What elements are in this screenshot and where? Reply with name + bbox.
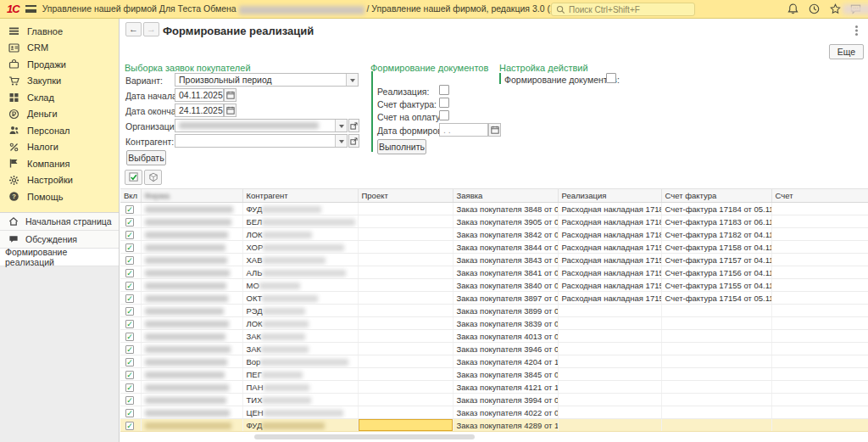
sidebar-item-crm[interactable]: CRM [0,40,119,57]
table-row[interactable]: ✓ ЦЕН Заказ покупателя 4022 от 07.11... [120,406,868,419]
col-header-realizaciya[interactable]: Реализация [558,189,661,203]
row-checkbox[interactable]: ✓ [125,383,134,392]
row-checkbox[interactable]: ✓ [125,218,134,227]
table-row[interactable]: ✓ ЗАК Заказ покупателя 4013 от 07.11... [120,330,868,343]
row-checkbox[interactable]: ✓ [125,409,134,417]
search-input[interactable] [569,5,679,14]
row-project-cell [358,394,453,406]
horizontal-scrollbar[interactable] [254,434,475,439]
realization-checkbox[interactable] [439,85,449,95]
more-button[interactable]: Еще [829,44,864,59]
payment-invoice-checkbox[interactable] [439,110,449,120]
table-row[interactable]: ✓ ХОР Заказ покупателя 3844 от 04.11... … [120,241,868,254]
row-checkbox[interactable]: ✓ [125,358,134,366]
favorites-star-icon[interactable] [829,3,843,16]
sidebar-item-dengi[interactable]: Деньги [0,106,119,123]
table-row[interactable]: ✓ ТИХ Заказ покупателя 3994 от 06.11... [120,394,868,406]
formation-date-input[interactable]: . . [439,123,488,137]
col-header-schet-faktura[interactable]: Счет фактура [661,189,771,203]
forward-button[interactable]: → [143,22,159,36]
sidebar-item-glavnoe[interactable]: Главное [0,23,119,40]
history-icon[interactable] [808,3,821,16]
counterparty-open-button[interactable] [348,134,359,148]
execute-button[interactable]: Выполнить [377,139,426,154]
col-header-firma[interactable]: Фирма [141,189,242,203]
row-order-cell: Заказ покупателя 4289 от 13.11... [453,419,558,432]
sidebar-item-prodazhi[interactable]: Продажи [0,56,119,73]
notifications-bell-icon[interactable] [787,3,800,16]
row-checkbox[interactable]: ✓ [125,371,134,379]
table-row[interactable]: ✓ ОКТ Заказ покупателя 3897 от 05.11... … [120,292,868,305]
date-start-input[interactable]: 04.11.2025 [175,88,224,102]
row-checkbox[interactable]: ✓ [125,269,134,277]
table-row[interactable]: ✓ ЗАК Заказ покупателя 3946 от 06.11... [120,343,868,355]
table-row[interactable]: ✓ ЛОК Заказ покупателя 3839 от 04.11... [120,317,868,330]
row-checkbox[interactable]: ✓ [125,205,134,214]
uncheck-all-cube-icon [148,172,159,182]
date-end-input[interactable]: 24.11.2025 [175,104,224,117]
row-checkbox[interactable]: ✓ [125,243,134,252]
table-row[interactable]: ✓ ФУД Заказ покупателя 3848 от 04.11... … [120,203,868,215]
col-header-kontragent[interactable]: Контрагент [242,189,358,203]
sidebar-item-nalogi[interactable]: Налоги [0,139,119,156]
table-row[interactable]: ✓ БЕЛ Заказ покупателя 3905 от 05.11... … [120,215,868,228]
table-row[interactable]: ✓ ФУД Заказ покупателя 4289 от 13.11... [120,419,868,432]
col-header-vkl[interactable]: Вкл [120,189,141,203]
sidebar-item-nastroyki[interactable]: Настройки [0,172,119,189]
organization-open-button[interactable] [348,119,359,132]
more-menu-dots-icon[interactable] [855,25,858,28]
table-row[interactable]: ✓ РЭД Заказ покупателя 3899 от 05.11... [120,305,868,317]
sidebar-item-zakupki[interactable]: Закупки [0,73,119,90]
global-search[interactable] [551,3,695,16]
doc-formation-checkbox[interactable] [606,73,616,83]
tab-formirovanie-realizaciy[interactable]: Формирование реализаций [0,249,119,266]
table-row[interactable]: ✓ МО Заказ покупателя 3840 от 04.11... Р… [120,279,868,292]
table-row[interactable]: ✓ ЛОК Заказ покупателя 3842 от 04.11... … [120,228,868,241]
col-header-schet[interactable]: Счет [771,189,868,203]
table-row[interactable]: ✓ ПЕГ Заказ покупателя 3845 от 04.11... [120,368,868,381]
row-invoice-cell [661,406,771,419]
row-checkbox[interactable]: ✓ [125,422,134,430]
row-project-cell [358,343,453,355]
table-row[interactable]: ✓ ПАН Заказ покупателя 4121 от 10.11... [120,381,868,394]
sidebar-item-pomosch[interactable]: ? Помощь [0,188,119,205]
chevron-down-icon[interactable] [335,120,347,131]
table-row[interactable]: ✓ ХАВ Заказ покупателя 3843 от 04.11... … [120,254,868,266]
formation-date-calendar-button[interactable] [488,123,501,137]
sidebar-item-kompaniya[interactable]: Компания [0,155,119,172]
tab-home[interactable]: Начальная страница [0,213,119,231]
table-row[interactable]: ✓ АЛЬ Заказ покупателя 3841 от 04.11... … [120,266,868,279]
table-row[interactable]: ✓ Вор Заказ покупателя 4204 от 11.11... [120,355,868,368]
hamburger-icon[interactable] [25,5,36,13]
select-button[interactable]: Выбрать [126,150,166,165]
row-checkbox[interactable]: ✓ [125,345,134,354]
tab-discussions[interactable]: Обсуждения [0,231,119,249]
organization-input[interactable] [175,119,348,132]
date-start-calendar-button[interactable] [224,88,236,102]
sidebar-item-sklad[interactable]: Склад [0,89,119,106]
back-button[interactable]: ← [125,22,142,36]
counterparty-input[interactable] [175,134,348,148]
invoice-checkbox[interactable] [439,98,449,108]
col-header-proekt[interactable]: Проект [358,189,453,203]
date-end-calendar-button[interactable] [224,104,236,117]
variant-select[interactable]: Произвольный период [175,73,359,87]
chevron-down-icon[interactable] [346,74,358,86]
sidebar-item-personal[interactable]: Персонал [0,122,119,139]
row-checkbox[interactable]: ✓ [125,294,134,303]
row-checkbox[interactable]: ✓ [125,282,134,290]
row-checkbox[interactable]: ✓ [125,256,134,265]
row-invoice-cell [661,343,771,355]
firm-redacted [145,283,226,289]
row-firm-cell [141,292,242,305]
row-checkbox[interactable]: ✓ [125,396,134,405]
row-checkbox[interactable]: ✓ [125,307,134,316]
row-checkbox[interactable]: ✓ [125,231,134,239]
row-checkbox[interactable]: ✓ [125,320,134,328]
col-header-zayavka[interactable]: Заявка [453,189,558,203]
row-check-cell: ✓ [120,254,141,266]
check-all-button[interactable] [125,170,142,185]
chevron-down-icon[interactable] [335,135,347,147]
uncheck-all-button[interactable] [144,170,162,185]
row-checkbox[interactable]: ✓ [125,333,134,341]
